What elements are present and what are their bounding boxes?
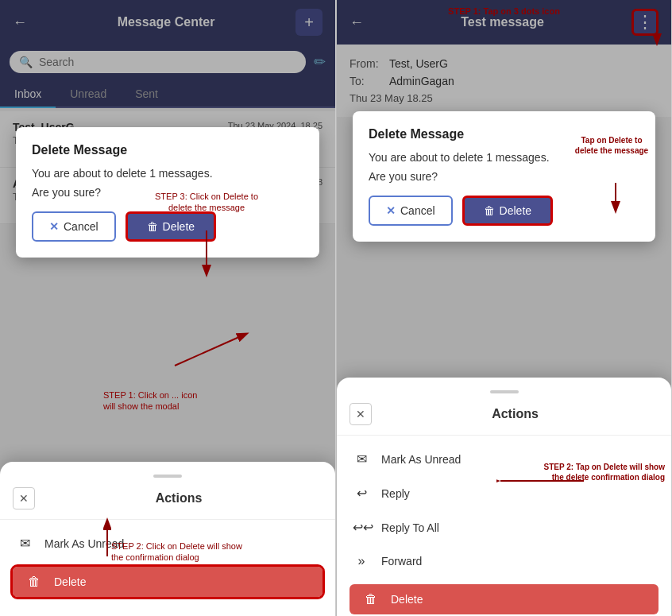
right-mark-unread-icon: ✉ xyxy=(353,451,370,467)
right-reply-all-label: Reply To All xyxy=(381,521,439,534)
right-delete-trash-icon: 🗑 xyxy=(484,204,495,217)
right-actions-sheet: ✕ Actions ✉ Mark As Unread ↩ Reply ↩↩ Re… xyxy=(337,378,671,616)
right-actions-header: ✕ Actions xyxy=(337,403,671,436)
right-reply-label: Reply xyxy=(381,487,410,500)
right-forward[interactable]: » Forward xyxy=(337,544,671,578)
left-sheet-handle xyxy=(153,475,182,478)
left-cancel-button[interactable]: ✕ Cancel xyxy=(32,211,116,242)
right-panel: STEP 1: Tap on 3 dots icon ← Test messag… xyxy=(336,0,672,616)
right-actions-title: Actions xyxy=(372,407,658,421)
left-cancel-label: Cancel xyxy=(64,220,98,233)
left-modal-body: You are about to delete 1 messages. xyxy=(32,167,303,180)
left-delete-label: Delete xyxy=(163,220,195,233)
right-sheet-handle xyxy=(490,390,519,393)
left-delete-button[interactable]: 🗑 Delete xyxy=(126,211,216,242)
left-delete-action[interactable]: 🗑 Delete xyxy=(13,567,322,597)
left-delete-trash-icon: 🗑 xyxy=(147,220,158,233)
right-mark-unread-label: Mark As Unread xyxy=(381,453,461,466)
left-actions-sheet: ✕ Actions ✉ Mark As Unread 🗑 Delete xyxy=(0,462,335,616)
right-reply-all[interactable]: ↩↩ Reply To All xyxy=(337,510,671,544)
mark-unread-icon: ✉ xyxy=(16,536,33,551)
left-action-trash-icon: 🗑 xyxy=(25,575,43,589)
right-cancel-label: Cancel xyxy=(400,204,435,217)
cancel-x-icon: ✕ xyxy=(49,220,59,233)
forward-icon: » xyxy=(353,554,370,568)
right-delete-button[interactable]: 🗑 Delete xyxy=(462,196,553,226)
right-delete-action[interactable]: 🗑 Delete xyxy=(350,584,658,614)
right-tap-delete-annotation: Tap on Delete to delete the message xyxy=(560,135,663,156)
left-panel: ← Message Center + 🔍 ✏ Inbox Unread Sent… xyxy=(0,0,336,616)
right-cancel-button[interactable]: ✕ Cancel xyxy=(369,196,453,226)
right-delete-label: Delete xyxy=(500,204,531,217)
right-modal-question: Are you sure? xyxy=(369,170,639,183)
left-step1-annotation: STEP 1: Click on ... icon will show the … xyxy=(103,389,197,413)
left-actions-header: ✕ Actions xyxy=(0,487,335,520)
left-actions-close[interactable]: ✕ xyxy=(13,487,35,509)
right-modal-buttons: ✕ Cancel 🗑 Delete xyxy=(369,196,639,226)
left-modal-title: Delete Message xyxy=(32,143,303,157)
right-delete-action-label: Delete xyxy=(391,593,423,606)
left-actions-title: Actions xyxy=(35,491,322,506)
left-step3-annotation: STEP 3: Click on Delete to delete the me… xyxy=(155,191,258,214)
right-step1-label: STEP 1: Tap on 3 dots icon xyxy=(448,6,560,16)
right-step2-annotation: STEP 2: Tap on Delete will show the dele… xyxy=(544,462,665,482)
right-delete-modal: Delete Message You are about to delete 1… xyxy=(353,111,655,242)
right-actions-close[interactable]: ✕ xyxy=(350,403,372,425)
reply-icon: ↩ xyxy=(353,486,370,501)
reply-all-icon: ↩↩ xyxy=(353,520,370,535)
right-forward-label: Forward xyxy=(381,555,422,568)
left-modal-buttons: ✕ Cancel 🗑 Delete xyxy=(32,211,303,242)
left-delete-action-label: Delete xyxy=(54,575,86,588)
right-action-trash-icon: 🗑 xyxy=(362,592,380,606)
right-cancel-x-icon: ✕ xyxy=(386,204,396,217)
left-step2-annotation: STEP 2: Click on Delete will show the co… xyxy=(111,540,242,564)
